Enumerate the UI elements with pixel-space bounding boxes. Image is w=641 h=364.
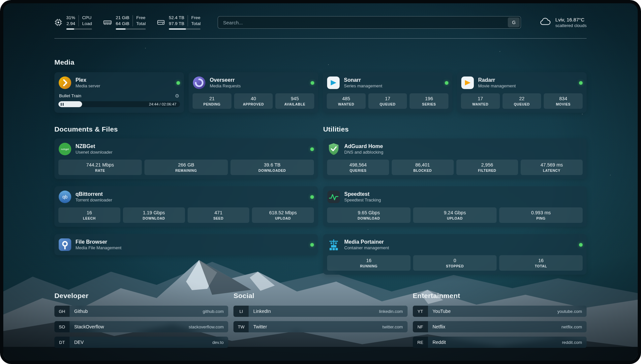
stat-value: 9.24 Gbps <box>444 210 466 215</box>
bookmark-dev[interactable]: DT DEV dev.to <box>54 337 228 348</box>
stat-pending: 21 PENDING <box>193 93 231 109</box>
stat-value: 16 <box>366 258 371 263</box>
stat-value: 266 GB <box>178 162 194 167</box>
bookmark-name: DEV <box>74 340 84 345</box>
app-card-qbittorrent[interactable]: qb qBittorrent Torrent downloader <box>54 186 318 227</box>
app-subtitle: Media Requests <box>210 83 241 88</box>
stat-label: SEED <box>213 216 224 220</box>
stat-queries: 498,564 QUERIES <box>327 160 389 175</box>
section-title-media: Media <box>54 58 587 66</box>
stat-remaining: 266 GB REMAINING <box>144 160 228 175</box>
app-name: Radarr <box>478 77 516 83</box>
ram-progress-fill <box>116 28 126 30</box>
stat-label: STOPPED <box>446 264 464 268</box>
adguard-icon <box>327 142 340 156</box>
bookmark-url: twitter.com <box>382 324 403 329</box>
stat-label: RUNNING <box>360 264 378 268</box>
cpu-label-bottom: Load <box>82 21 92 26</box>
stat-value: 21 <box>209 96 215 101</box>
wallpaper: 31% 2.94 CPU Load <box>3 3 638 361</box>
disk-label-bottom: Total <box>191 21 201 26</box>
app-card-portainer[interactable]: Media Portainer Container management 16 … <box>323 234 587 275</box>
stat-seed: 471 SEED <box>188 207 250 223</box>
app-card-nzbget[interactable]: nzbget NZBGet Usenet downloader <box>54 138 318 179</box>
stat-value: 196 <box>425 96 433 101</box>
app-card-radarr[interactable]: Radarr Movie management 17 WANTED 2 <box>457 72 587 113</box>
playback-time: 24:44 / 02:06:47 <box>149 102 176 106</box>
app-card-plex[interactable]: Plex Media server Bullet Train ⚙ <box>54 72 184 113</box>
portainer-icon <box>327 238 340 251</box>
stat-value: 498,564 <box>350 162 367 167</box>
stat-ping: 0.993 ms PING <box>499 207 583 223</box>
stat-stopped: 0 STOPPED <box>413 255 497 271</box>
nzbget-icon: nzbget <box>58 142 72 156</box>
stat-rate: 744.21 Mbps RATE <box>58 160 142 175</box>
stat-wanted: 485 WANTED <box>327 93 366 109</box>
stat-value: 1.19 Gbps <box>143 210 165 215</box>
app-card-overseerr[interactable]: Overseerr Media Requests 21 PENDING <box>189 72 318 113</box>
stat-value: 86,401 <box>415 162 430 167</box>
bookmark-abbr: YT <box>413 306 428 317</box>
app-name: Media Portainer <box>344 239 389 245</box>
app-card-speedtest[interactable]: Speedtest Speedtest Tracking 9.65 Gbps D… <box>323 186 587 227</box>
weather-condition: scattered clouds <box>555 23 587 28</box>
app-name: qBittorrent <box>76 191 112 197</box>
bookmark-name: Twitter <box>253 324 267 329</box>
search-engine-button[interactable]: G <box>508 17 520 27</box>
gear-icon[interactable]: ⚙ <box>175 93 179 98</box>
stat-available: 945 AVAILABLE <box>275 93 314 109</box>
weather-widget: Lviv, 16.87°C scattered clouds <box>539 17 587 28</box>
ram-label-top: Free <box>136 15 146 20</box>
app-subtitle: Media File Management <box>76 245 121 250</box>
app-subtitle: Torrent downloader <box>76 197 112 202</box>
cpu-label-top: CPU <box>82 15 92 20</box>
bookmark-reddit[interactable]: RE Reddit reddit.com <box>413 337 587 348</box>
bookmark-name: YouTube <box>433 309 451 314</box>
stat-blocked: 86,401 BLOCKED <box>392 160 454 175</box>
stat-label: APPROVED <box>243 102 264 106</box>
playback-progress-fill <box>58 101 82 107</box>
bookmark-abbr: NF <box>413 321 428 332</box>
stat-label: RATE <box>95 168 105 172</box>
bookmark-url: dev.to <box>212 340 224 345</box>
app-card-filebrowser[interactable]: File Browser Media File Management <box>54 234 318 255</box>
bookmark-linkedin[interactable]: LI LinkedIn linkedin.com <box>233 306 407 317</box>
cpu-load-value: 2.94 <box>67 21 75 26</box>
stat-label: LEECH <box>83 216 96 220</box>
app-name: NZBGet <box>76 143 112 149</box>
stat-value: 744.21 Mbps <box>86 162 114 167</box>
app-name: Overseerr <box>210 77 241 83</box>
app-subtitle: Series management <box>344 83 382 88</box>
disk-progress-fill <box>169 28 186 30</box>
bookmark-name: LinkedIn <box>253 309 271 314</box>
bookmark-twitter[interactable]: TW Twitter twitter.com <box>233 321 407 332</box>
stat-upload: 9.24 Gbps UPLOAD <box>413 207 497 223</box>
stat-downloaded: 39.6 TB DOWNLOADED <box>230 160 314 175</box>
bookmark-youtube[interactable]: YT YouTube youtube.com <box>413 306 587 317</box>
now-playing-widget: Bullet Train ⚙ 24:44 / 02:06:47 <box>58 93 180 107</box>
stat-value: 22 <box>519 96 524 101</box>
stat-label: PING <box>536 216 545 220</box>
section-entertainment: Entertainment YT YouTube youtube.com NF … <box>413 292 587 352</box>
cpu-progressbar <box>66 28 92 30</box>
app-name: Speedtest <box>344 191 381 197</box>
status-dot <box>176 81 180 85</box>
stat-value: 47.569 ms <box>540 162 563 167</box>
search-input[interactable] <box>219 20 508 25</box>
app-card-adguard[interactable]: AdGuard Home DNS and adblocking 498,564 … <box>323 138 587 179</box>
overseerr-icon <box>193 76 206 89</box>
bookmark-stackoverflow[interactable]: SO StackOverflow stackoverflow.com <box>54 321 228 332</box>
cpu-percent: 31% <box>66 15 75 20</box>
app-card-sonarr[interactable]: Sonarr Series management 485 WANTED <box>323 72 452 113</box>
bookmark-github[interactable]: GH Github github.com <box>54 306 228 317</box>
stat-label: UPLOAD <box>275 216 291 220</box>
stat-latency: 47.569 ms LATENCY <box>521 160 583 175</box>
stat-movies: 834 MOVIES <box>544 93 583 109</box>
status-dot <box>579 243 583 247</box>
status-dot <box>445 81 448 85</box>
stat-label: UPLOAD <box>447 216 463 220</box>
bookmark-netflix[interactable]: NF Netflix netflix.com <box>413 321 587 332</box>
app-subtitle: Media server <box>76 83 100 88</box>
playback-progress-bar: 24:44 / 02:06:47 <box>58 101 180 107</box>
disk-icon <box>157 19 165 26</box>
